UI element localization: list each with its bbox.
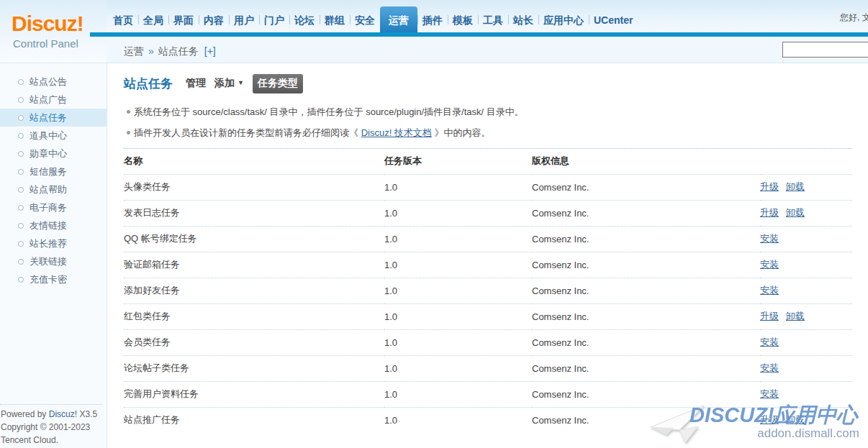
page-title: 站点任务 [124,76,173,92]
action-link-升级[interactable]: 升级 [760,311,779,321]
task-copyright[interactable]: Comsenz Inc. [532,226,760,252]
sidebar-item-站点任务[interactable]: 站点任务 [0,109,107,127]
task-actions: 安装 [760,278,852,303]
sidebar-item-站点广告[interactable]: 站点广告 [0,91,107,109]
task-name: 红包类任务 [124,303,384,329]
action-link-安装[interactable]: 安装 [760,233,779,244]
nav-underline-bar [90,32,868,37]
task-copyright[interactable]: Comsenz Inc. [532,381,760,407]
table-row: 完善用户资料任务1.0Comsenz Inc.安装 [124,381,852,407]
task-copyright[interactable]: Comsenz Inc. [532,303,760,329]
nav-item-工具[interactable]: 工具 [478,13,508,32]
sidebar-item-短信服务[interactable]: 短信服务 [0,163,107,180]
logo-panel: Discuz! Control Panel [0,0,107,63]
task-copyright[interactable]: Comsenz Inc. [532,252,760,278]
add-tab[interactable]: 添加▼ [214,77,244,90]
sidebar-list: 站点公告站点广告站点任务道具中心勋章中心短信服务站点帮助电子商务友情链接站长推荐… [0,63,107,288]
task-name: 验证邮箱任务 [124,252,384,278]
action-link-卸载[interactable]: 卸载 [786,181,805,192]
action-link-安装[interactable]: 安装 [760,285,779,296]
sidebar-item-站长推荐[interactable]: 站长推荐 [0,234,107,252]
sidebar-item-关联链接[interactable]: 关联链接 [0,252,107,270]
powered-line: Powered by Discuz! X3.5 [1,408,102,421]
task-name: 发表日志任务 [124,200,384,226]
table-row: 发表日志任务1.0Comsenz Inc.升级卸载 [124,200,852,226]
nav-item-论坛[interactable]: 论坛 [289,13,320,32]
task-copyright[interactable]: Comsenz Inc. [532,355,760,381]
sidebar-item-电子商务[interactable]: 电子商务 [0,198,107,216]
nav-item-内容[interactable]: 内容 [199,13,229,32]
nav-item-安全[interactable]: 安全 [350,13,380,32]
column-header: 名称 [124,149,384,174]
task-version: 1.0 [384,407,532,433]
action-link-升级[interactable]: 升级 [760,414,779,425]
sidebar-item-道具中心[interactable]: 道具中心 [0,127,107,145]
sidebar-item-站点公告[interactable]: 站点公告 [0,73,107,91]
task-copyright[interactable]: Comsenz Inc. [532,329,760,355]
sidebar-item-站点帮助[interactable]: 站点帮助 [0,180,107,198]
caret-down-icon: ▼ [238,79,244,86]
table-row: 会员类任务1.0Comsenz Inc.安装 [124,329,852,355]
nav-item-全局[interactable]: 全局 [138,13,168,32]
search-input[interactable] [782,42,868,58]
task-version: 1.0 [384,355,532,381]
action-link-升级[interactable]: 升级 [760,181,779,192]
action-link-安装[interactable]: 安装 [760,259,779,270]
action-link-升级[interactable]: 升级 [760,207,779,218]
discuz-link[interactable]: Discuz! [49,409,77,419]
discuz-admin-page: Discuz! Control Panel 首页全局界面内容用户门户论坛群组安全… [0,0,868,448]
task-actions: 升级卸载 [760,174,852,200]
sidebar-item-友情链接[interactable]: 友情链接 [0,216,107,234]
sidebar-item-勋章中心[interactable]: 勋章中心 [0,145,107,163]
column-header: 版权信息 [532,149,760,174]
breadcrumb-expand[interactable]: [+] [204,45,216,57]
nav-item-应用中心[interactable]: 应用中心 [538,13,589,32]
task-table-head-row: 名称任务版本版权信息 [124,149,852,174]
task-copyright[interactable]: Comsenz Inc. [532,200,760,226]
sidebar-item-充值卡密[interactable]: 充值卡密 [0,270,107,288]
manage-tab[interactable]: 管理 [186,77,206,90]
nav-item-门户[interactable]: 门户 [259,13,289,32]
action-link-卸载[interactable]: 卸载 [786,414,805,425]
action-link-卸载[interactable]: 卸载 [786,311,805,321]
nav-item-首页[interactable]: 首页 [108,13,138,32]
breadcrumb-section[interactable]: 运营 [124,45,144,57]
task-actions: 安装 [760,381,852,407]
task-actions: 升级卸载 [760,200,852,226]
task-actions: 安装 [760,329,852,355]
breadcrumb-separator: » [144,45,158,57]
task-version: 1.0 [384,303,532,329]
nav-item-用户[interactable]: 用户 [229,13,259,32]
table-row: QQ 帐号绑定任务1.0Comsenz Inc.安装 [124,226,852,252]
nav-item-站长[interactable]: 站长 [508,13,538,32]
main-nav: 首页全局界面内容用户门户论坛群组安全运营插件模板工具站长应用中心UCenter [108,0,638,32]
company-line: Tencent Cloud. [1,434,102,447]
tech-doc-link[interactable]: Discuz! 技术文档 [361,127,432,138]
note-item: 插件开发人员在设计新的任务类型前请务必仔细阅读《 Discuz! 技术文档 》中… [124,122,852,143]
task-copyright[interactable]: Comsenz Inc. [532,174,760,200]
task-name: 论坛帖子类任务 [124,355,384,381]
task-version: 1.0 [384,381,532,407]
table-row: 论坛帖子类任务1.0Comsenz Inc.安装 [124,355,852,381]
task-type-tab[interactable]: 任务类型 [253,74,303,93]
task-actions: 安装 [760,355,852,381]
column-header [760,149,852,174]
nav-item-插件[interactable]: 插件 [417,13,448,32]
nav-item-UCenter[interactable]: UCenter [589,13,638,32]
action-link-安装[interactable]: 安装 [760,362,779,373]
task-copyright[interactable]: Comsenz Inc. [532,278,760,303]
task-table: 名称任务版本版权信息 头像类任务1.0Comsenz Inc.升级卸载发表日志任… [124,149,852,433]
nav-item-界面[interactable]: 界面 [168,13,199,32]
action-link-卸载[interactable]: 卸载 [786,207,805,218]
nav-item-群组[interactable]: 群组 [320,13,350,32]
task-version: 1.0 [384,252,532,278]
action-link-安装[interactable]: 安装 [760,388,779,399]
task-name: 完善用户资料任务 [124,381,384,407]
action-link-安装[interactable]: 安装 [760,337,779,347]
breadcrumb-page: 站点任务 [158,45,199,57]
sidebar-footer: Powered by Discuz! X3.5 Copyright © 2001… [0,404,102,447]
main-content: 站点任务 管理 添加▼ 任务类型 系统任务位于 source/class/tas… [108,63,868,448]
nav-item-运营[interactable]: 运营 [380,6,417,32]
nav-item-模板[interactable]: 模板 [448,13,478,32]
task-copyright[interactable]: Comsenz Inc. [532,407,760,433]
